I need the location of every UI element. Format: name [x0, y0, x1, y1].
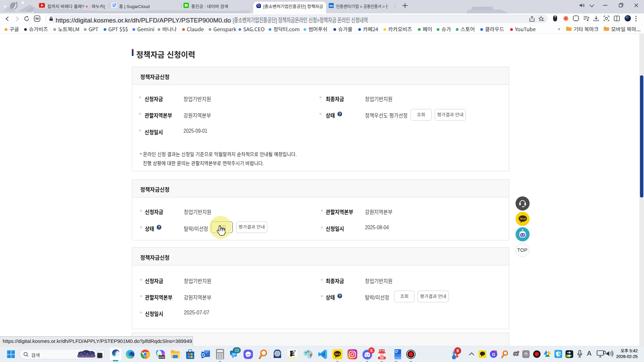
svg-text:23: 23	[235, 348, 239, 352]
svg-text:PDF: PDF	[380, 354, 384, 356]
svg-text:NH: NH	[329, 4, 333, 7]
svg-text:5: 5	[370, 349, 373, 353]
svg-text:9: 9	[457, 349, 459, 353]
svg-text:G: G	[492, 352, 495, 357]
svg-text:TALK: TALK	[334, 353, 340, 355]
svg-text:M365: M365	[159, 356, 165, 358]
svg-text:TALK: TALK	[520, 217, 526, 220]
